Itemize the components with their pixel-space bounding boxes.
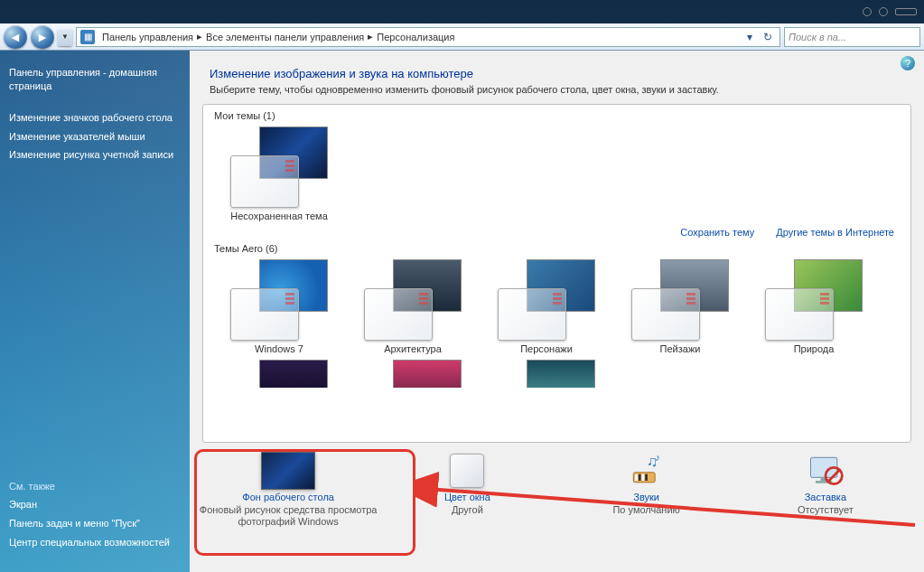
breadcrumb[interactable]: Все элементы панели управления — [202, 32, 368, 42]
theme-name: Несохраненная тема — [230, 211, 328, 221]
save-theme-link[interactable]: Сохранить тему — [680, 227, 754, 238]
theme-item-partial[interactable] — [492, 360, 601, 388]
theme-thumbnail — [631, 259, 729, 341]
theme-thumbnail — [230, 360, 328, 388]
theme-item[interactable]: Пейзажи — [626, 259, 734, 354]
theme-item-partial[interactable] — [359, 360, 467, 388]
svg-rect-2 — [638, 474, 640, 481]
qs-sounds-sub: По умолчанию — [612, 504, 679, 516]
maximize-icon[interactable] — [879, 7, 888, 16]
theme-thumbnail — [364, 360, 462, 388]
see-also-ease[interactable]: Центр специальных возможностей — [9, 533, 181, 552]
see-also-taskbar[interactable]: Панель задач и меню "Пуск" — [9, 514, 181, 533]
sidebar-link-home[interactable]: Панель управления - домашняя страница — [9, 63, 181, 96]
svg-text:♪: ♪ — [655, 452, 660, 463]
qs-bg-sub: Фоновый рисунок средства просмотра фотог… — [199, 504, 378, 528]
theme-thumbnail — [364, 259, 462, 341]
qs-saver-title: Заставка — [805, 492, 846, 502]
theme-item[interactable]: Архитектура — [359, 259, 467, 354]
sidebar-link-account-picture[interactable]: Изменение рисунка учетной записи — [9, 145, 181, 164]
page-subtitle: Выберите тему, чтобы одновременно измени… — [190, 84, 924, 104]
qs-screensaver[interactable]: Заставка Отсутствует — [736, 452, 915, 516]
nav-back-button[interactable]: ◄ — [4, 25, 27, 49]
minimize-icon[interactable] — [863, 7, 872, 16]
chevron-down-icon[interactable]: ▾ — [742, 29, 758, 45]
theme-thumbnail — [765, 259, 863, 341]
svg-rect-4 — [645, 474, 648, 481]
theme-thumbnail — [230, 127, 328, 208]
theme-thumbnail — [230, 259, 328, 341]
breadcrumb[interactable]: Персонализация — [373, 32, 458, 42]
refresh-icon[interactable]: ↻ — [760, 29, 776, 45]
qs-desktop-background[interactable]: Фон рабочего стола Фоновый рисунок средс… — [199, 452, 378, 528]
theme-item[interactable]: Природа — [760, 259, 868, 354]
qs-color-sub: Другой — [452, 504, 483, 516]
see-also-label: См. также — [9, 481, 181, 492]
sidebar-link-desktop-icons[interactable]: Изменение значков рабочего стола — [9, 108, 181, 127]
svg-rect-3 — [641, 474, 644, 481]
sounds-icon: ♫♪ — [620, 452, 674, 490]
address-bar[interactable]: ▦ Панель управления▸ Все элементы панели… — [76, 27, 780, 47]
nav-forward-button[interactable]: ► — [31, 25, 54, 49]
theme-item[interactable]: Несохраненная тема — [225, 127, 333, 221]
theme-item[interactable]: Windows 7 — [225, 259, 333, 354]
themes-list: Мои темы (1) Несохраненная тема Сохранит… — [202, 104, 911, 443]
breadcrumb[interactable]: Панель управления — [98, 32, 197, 42]
quick-settings-strip: Фон рабочего стола Фоновый рисунок средс… — [190, 443, 924, 542]
qs-sounds[interactable]: ♫♪ Звуки По умолчанию — [557, 452, 736, 516]
window-titlebar — [0, 0, 924, 23]
theme-name: Природа — [794, 343, 835, 354]
theme-item[interactable]: Персонажи — [492, 259, 601, 354]
theme-name: Пейзажи — [660, 343, 701, 354]
theme-name: Персонажи — [520, 343, 573, 354]
color-swatch-icon — [450, 454, 484, 488]
theme-name: Windows 7 — [255, 343, 303, 354]
group-label-my-themes: Мои темы (1) — [203, 105, 910, 123]
content-pane: ? Изменение изображения и звука на компь… — [190, 51, 924, 572]
qs-sounds-title: Звуки — [633, 492, 659, 502]
sidebar-link-pointers[interactable]: Изменение указателей мыши — [9, 127, 181, 146]
theme-item-partial[interactable] — [225, 360, 333, 388]
sidebar: Панель управления - домашняя страница Из… — [0, 51, 190, 572]
theme-thumbnail — [498, 360, 595, 388]
wallpaper-icon — [261, 452, 315, 490]
theme-thumbnail — [498, 259, 595, 341]
svg-rect-1 — [635, 474, 638, 481]
help-icon[interactable]: ? — [901, 56, 915, 70]
qs-saver-sub: Отсутствует — [798, 504, 854, 516]
search-placeholder: Поиск в па... — [789, 32, 846, 42]
theme-name: Архитектура — [384, 343, 442, 354]
qs-bg-title: Фон рабочего стола — [242, 492, 334, 502]
search-input[interactable]: Поиск в па... — [784, 27, 920, 47]
screensaver-icon — [798, 452, 853, 490]
explorer-navbar: ◄ ► ▼ ▦ Панель управления▸ Все элементы … — [0, 23, 924, 51]
nav-history-dropdown[interactable]: ▼ — [58, 28, 72, 46]
more-themes-link[interactable]: Другие темы в Интернете — [776, 227, 894, 238]
page-title: Изменение изображения и звука на компьют… — [190, 51, 924, 84]
group-label-aero: Темы Aero (6) — [203, 238, 910, 256]
control-panel-icon: ▦ — [80, 30, 95, 44]
close-icon[interactable] — [895, 8, 917, 15]
qs-color-title: Цвет окна — [444, 492, 490, 502]
qs-window-color[interactable]: Цвет окна Другой — [378, 452, 556, 516]
see-also-screen[interactable]: Экран — [9, 495, 181, 514]
